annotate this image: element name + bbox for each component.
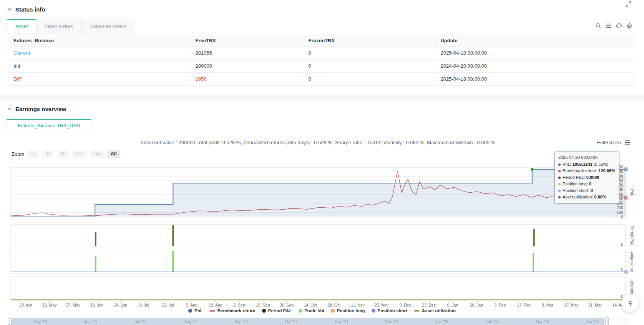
x-axis-label: 6. Jan — [447, 303, 458, 307]
table-cell: 0 — [304, 60, 436, 73]
status-section-title: Status info — [15, 6, 45, 13]
fullscreen-button[interactable]: FullScreen — [597, 140, 621, 145]
zoom-button-12h: 12h — [72, 150, 87, 158]
chart-stats-line: Initial net value : 200000 Total profit:… — [11, 140, 626, 145]
table-cell[interactable]: Current — [9, 47, 191, 60]
y-axis-label: 0 — [621, 215, 623, 219]
navigator-month-label: Nov '24 — [335, 319, 348, 324]
collapse-chevron-icon[interactable] — [7, 7, 12, 12]
legend-item-trade-vol[interactable]: Trade Vol — [299, 308, 324, 313]
x-axis-label: 24. Jun — [114, 303, 128, 307]
chart-tooltip: 2025-04-20 00:00:00 PnL: 1056.3241 (0.53… — [554, 152, 619, 203]
column-header: Update — [436, 35, 635, 47]
chart-canvas[interactable]: 010020030040050060070080090010001100000P… — [0, 159, 644, 325]
y-axis-label: 0 — [621, 267, 623, 272]
chart-pane — [11, 277, 626, 300]
x-axis-label: 8. Jul — [139, 303, 149, 307]
tab-schedule-orders[interactable]: Schedule orders — [81, 19, 136, 33]
settings-icon[interactable] — [626, 23, 632, 29]
legend-item-position-short[interactable]: Position short — [372, 308, 407, 313]
x-axis-label: 23. Dec — [422, 303, 436, 307]
legend-item-position-long[interactable]: Position long — [331, 308, 365, 313]
zoom-button-24h: 24h — [90, 150, 105, 158]
trade-vol-bar — [172, 251, 174, 272]
legend-item-benchmark-return[interactable]: Benchmark return — [209, 308, 256, 313]
period-pnl-bar — [172, 225, 174, 246]
earnings-tabs-row: Futures_Binance.TRX_USD — [0, 119, 644, 132]
navigator-month-label: Aug '24 — [184, 319, 198, 324]
x-axis-label: 28. Oct — [327, 303, 340, 307]
pane-axis-title: vol/position — [630, 252, 634, 272]
menu-icon[interactable] — [606, 23, 612, 29]
navigator-month-label: Sep '24 — [234, 319, 248, 324]
pane-axis-title: PnL — [630, 189, 634, 197]
period-pnl-bar — [533, 229, 535, 246]
back-to-top-button[interactable] — [621, 295, 639, 312]
x-axis-label: 10. Jun — [90, 303, 104, 307]
search-icon[interactable] — [595, 23, 601, 29]
status-toolbar — [595, 23, 632, 29]
cloud-download-icon[interactable] — [616, 23, 622, 29]
legend-item-pnl[interactable]: PnL — [188, 308, 203, 313]
trade-marker[interactable] — [530, 168, 534, 171]
x-axis-label: 16. Sep — [256, 303, 270, 307]
status-section-header: Status info — [0, 0, 644, 13]
x-axis-label: 19. Aug — [209, 303, 222, 307]
tab-futures-binance-trx-usd[interactable]: Futures_Binance.TRX_USD — [7, 119, 91, 132]
trade-vol-bar — [95, 256, 96, 272]
hover-marker — [624, 167, 628, 172]
y-axis-label: 0 — [621, 242, 623, 247]
table-cell: 2024-04-20 00:00:00 — [436, 60, 635, 73]
back-to-top-icon — [626, 300, 634, 307]
navigator-month-label: Jan '25 — [435, 319, 448, 324]
earnings-section-title: Earnings overview — [15, 106, 66, 112]
y-axis-label: 100 — [616, 210, 623, 215]
navigator-month-label: Apr '25 — [586, 319, 599, 324]
table-cell: 201056 — [191, 47, 304, 60]
status-tabs: AssetOpen ordersSchedule orders — [7, 19, 135, 33]
earnings-section: Earnings overview Futures_Binance.TRX_US… — [0, 101, 644, 325]
tooltip-row: Period P&L: 0.0000 — [558, 174, 615, 181]
zoom-button-all[interactable]: All — [107, 150, 120, 158]
chart-context-menu-icon[interactable] — [624, 140, 630, 145]
earnings-chart: Initial net value : 200000 Total profit:… — [0, 132, 644, 325]
navigator-month-label: Feb '25 — [485, 319, 499, 324]
table-cell: Init — [9, 60, 191, 73]
navigator-month-label: Jun '24 — [84, 319, 97, 324]
trade-vol-bar — [533, 253, 534, 272]
x-axis-label: 27. May — [66, 303, 81, 307]
tooltip-row: PnL: 1056.3241 (0.53%) — [558, 161, 615, 168]
legend-item-period-p-l[interactable]: Period P&L — [262, 308, 292, 313]
zoom-button-3h: 3h — [42, 150, 54, 158]
pane-axis-title: Period P&L — [630, 225, 634, 246]
x-axis-label: 30. Sep — [280, 303, 294, 307]
x-axis-label: 17. Feb — [517, 303, 531, 307]
tab-open-orders[interactable]: Open orders — [37, 19, 82, 33]
asset-table: Futures_BinanceFreeTRXFrozenTRXUpdateCur… — [9, 35, 635, 86]
table-cell: 2025-04-18 08:00:00 — [436, 73, 635, 86]
tooltip-row: Position short: 0 — [558, 187, 615, 194]
table-row: Current20105602025-04-18 08:00:00 — [9, 47, 635, 60]
x-axis-label: 3. Mar — [542, 303, 553, 307]
expand-icon[interactable] — [625, 1, 632, 7]
navigator-month-label: Jul '24 — [135, 319, 146, 324]
collapse-chevron-icon[interactable] — [7, 106, 12, 112]
tab-asset[interactable]: Asset — [7, 19, 37, 33]
table-cell: 2025-04-18 08:00:00 — [436, 47, 635, 60]
table-cell: 1056 — [191, 73, 304, 86]
x-axis-label: 11. Nov — [351, 303, 365, 307]
navigator-month-label: Dec '24 — [385, 319, 398, 324]
x-axis-label: 20. Jan — [470, 303, 483, 307]
column-header: FrozenTRX — [304, 35, 436, 47]
navigator-handle-right[interactable] — [604, 318, 609, 325]
x-axis-label: 13. May — [42, 303, 57, 307]
table-row: Init20000002024-04-20 00:00:00 — [9, 60, 635, 73]
chart-legend: PnLBenchmark returnPeriod P&LTrade VolPo… — [0, 308, 644, 313]
legend-item-asset-utilization[interactable]: Asset utilization — [414, 308, 456, 313]
navigator-selected-range[interactable] — [12, 318, 606, 325]
column-header: FreeTRX — [191, 35, 304, 47]
table-cell: 0 — [304, 47, 436, 60]
x-axis-label: 25. Nov — [375, 303, 389, 307]
zoom-controls: Zoom 1h3h8h12h24hAll — [12, 150, 120, 158]
earnings-section-header: Earnings overview — [0, 101, 644, 113]
